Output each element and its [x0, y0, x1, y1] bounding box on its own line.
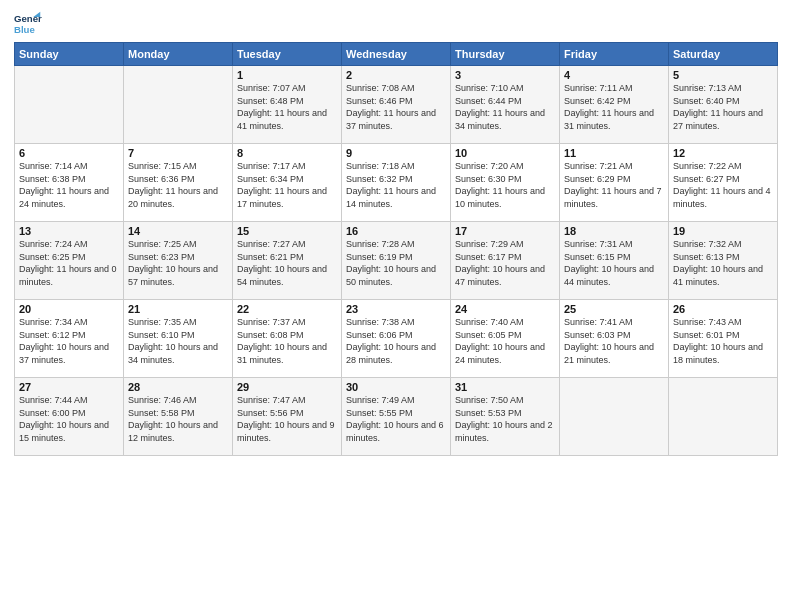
calendar-cell: 15Sunrise: 7:27 AM Sunset: 6:21 PM Dayli… — [233, 222, 342, 300]
day-info: Sunrise: 7:22 AM Sunset: 6:27 PM Dayligh… — [673, 160, 773, 210]
day-number: 9 — [346, 147, 446, 159]
calendar-cell: 12Sunrise: 7:22 AM Sunset: 6:27 PM Dayli… — [669, 144, 778, 222]
calendar-cell: 29Sunrise: 7:47 AM Sunset: 5:56 PM Dayli… — [233, 378, 342, 456]
page-container: General Blue SundayMondayTuesdayWednesda… — [0, 0, 792, 464]
calendar-cell: 7Sunrise: 7:15 AM Sunset: 6:36 PM Daylig… — [124, 144, 233, 222]
day-info: Sunrise: 7:25 AM Sunset: 6:23 PM Dayligh… — [128, 238, 228, 288]
calendar-week-1: 1Sunrise: 7:07 AM Sunset: 6:48 PM Daylig… — [15, 66, 778, 144]
day-number: 3 — [455, 69, 555, 81]
day-header-thursday: Thursday — [451, 43, 560, 66]
day-info: Sunrise: 7:50 AM Sunset: 5:53 PM Dayligh… — [455, 394, 555, 444]
day-info: Sunrise: 7:32 AM Sunset: 6:13 PM Dayligh… — [673, 238, 773, 288]
calendar-body: 1Sunrise: 7:07 AM Sunset: 6:48 PM Daylig… — [15, 66, 778, 456]
day-header-saturday: Saturday — [669, 43, 778, 66]
calendar-cell: 25Sunrise: 7:41 AM Sunset: 6:03 PM Dayli… — [560, 300, 669, 378]
day-info: Sunrise: 7:43 AM Sunset: 6:01 PM Dayligh… — [673, 316, 773, 366]
calendar-week-2: 6Sunrise: 7:14 AM Sunset: 6:38 PM Daylig… — [15, 144, 778, 222]
day-header-sunday: Sunday — [15, 43, 124, 66]
day-info: Sunrise: 7:44 AM Sunset: 6:00 PM Dayligh… — [19, 394, 119, 444]
calendar-cell: 24Sunrise: 7:40 AM Sunset: 6:05 PM Dayli… — [451, 300, 560, 378]
day-info: Sunrise: 7:21 AM Sunset: 6:29 PM Dayligh… — [564, 160, 664, 210]
day-number: 15 — [237, 225, 337, 237]
calendar-cell: 11Sunrise: 7:21 AM Sunset: 6:29 PM Dayli… — [560, 144, 669, 222]
day-number: 7 — [128, 147, 228, 159]
calendar-cell — [669, 378, 778, 456]
calendar-cell: 13Sunrise: 7:24 AM Sunset: 6:25 PM Dayli… — [15, 222, 124, 300]
day-info: Sunrise: 7:47 AM Sunset: 5:56 PM Dayligh… — [237, 394, 337, 444]
calendar-cell: 4Sunrise: 7:11 AM Sunset: 6:42 PM Daylig… — [560, 66, 669, 144]
calendar-cell: 3Sunrise: 7:10 AM Sunset: 6:44 PM Daylig… — [451, 66, 560, 144]
day-number: 20 — [19, 303, 119, 315]
day-info: Sunrise: 7:24 AM Sunset: 6:25 PM Dayligh… — [19, 238, 119, 288]
calendar-cell: 9Sunrise: 7:18 AM Sunset: 6:32 PM Daylig… — [342, 144, 451, 222]
day-info: Sunrise: 7:46 AM Sunset: 5:58 PM Dayligh… — [128, 394, 228, 444]
day-number: 26 — [673, 303, 773, 315]
day-info: Sunrise: 7:40 AM Sunset: 6:05 PM Dayligh… — [455, 316, 555, 366]
day-info: Sunrise: 7:31 AM Sunset: 6:15 PM Dayligh… — [564, 238, 664, 288]
day-header-wednesday: Wednesday — [342, 43, 451, 66]
calendar-cell: 8Sunrise: 7:17 AM Sunset: 6:34 PM Daylig… — [233, 144, 342, 222]
day-number: 8 — [237, 147, 337, 159]
day-info: Sunrise: 7:37 AM Sunset: 6:08 PM Dayligh… — [237, 316, 337, 366]
calendar-cell: 19Sunrise: 7:32 AM Sunset: 6:13 PM Dayli… — [669, 222, 778, 300]
day-number: 24 — [455, 303, 555, 315]
day-number: 19 — [673, 225, 773, 237]
day-number: 14 — [128, 225, 228, 237]
day-number: 28 — [128, 381, 228, 393]
day-info: Sunrise: 7:08 AM Sunset: 6:46 PM Dayligh… — [346, 82, 446, 132]
day-number: 6 — [19, 147, 119, 159]
day-number: 22 — [237, 303, 337, 315]
calendar-cell: 2Sunrise: 7:08 AM Sunset: 6:46 PM Daylig… — [342, 66, 451, 144]
day-number: 2 — [346, 69, 446, 81]
day-number: 18 — [564, 225, 664, 237]
calendar-cell: 22Sunrise: 7:37 AM Sunset: 6:08 PM Dayli… — [233, 300, 342, 378]
day-number: 5 — [673, 69, 773, 81]
calendar-cell: 10Sunrise: 7:20 AM Sunset: 6:30 PM Dayli… — [451, 144, 560, 222]
calendar-cell: 30Sunrise: 7:49 AM Sunset: 5:55 PM Dayli… — [342, 378, 451, 456]
calendar-cell: 23Sunrise: 7:38 AM Sunset: 6:06 PM Dayli… — [342, 300, 451, 378]
day-number: 12 — [673, 147, 773, 159]
day-info: Sunrise: 7:14 AM Sunset: 6:38 PM Dayligh… — [19, 160, 119, 210]
day-info: Sunrise: 7:17 AM Sunset: 6:34 PM Dayligh… — [237, 160, 337, 210]
calendar-cell: 6Sunrise: 7:14 AM Sunset: 6:38 PM Daylig… — [15, 144, 124, 222]
header-row: General Blue — [14, 10, 778, 38]
day-info: Sunrise: 7:27 AM Sunset: 6:21 PM Dayligh… — [237, 238, 337, 288]
day-number: 30 — [346, 381, 446, 393]
logo: General Blue — [14, 10, 42, 38]
day-info: Sunrise: 7:34 AM Sunset: 6:12 PM Dayligh… — [19, 316, 119, 366]
calendar-cell: 18Sunrise: 7:31 AM Sunset: 6:15 PM Dayli… — [560, 222, 669, 300]
calendar-cell: 17Sunrise: 7:29 AM Sunset: 6:17 PM Dayli… — [451, 222, 560, 300]
calendar-week-3: 13Sunrise: 7:24 AM Sunset: 6:25 PM Dayli… — [15, 222, 778, 300]
day-info: Sunrise: 7:38 AM Sunset: 6:06 PM Dayligh… — [346, 316, 446, 366]
calendar-header-row: SundayMondayTuesdayWednesdayThursdayFrid… — [15, 43, 778, 66]
calendar-cell: 27Sunrise: 7:44 AM Sunset: 6:00 PM Dayli… — [15, 378, 124, 456]
day-header-monday: Monday — [124, 43, 233, 66]
day-info: Sunrise: 7:29 AM Sunset: 6:17 PM Dayligh… — [455, 238, 555, 288]
day-info: Sunrise: 7:11 AM Sunset: 6:42 PM Dayligh… — [564, 82, 664, 132]
day-number: 21 — [128, 303, 228, 315]
calendar-cell — [15, 66, 124, 144]
day-info: Sunrise: 7:15 AM Sunset: 6:36 PM Dayligh… — [128, 160, 228, 210]
calendar-cell: 28Sunrise: 7:46 AM Sunset: 5:58 PM Dayli… — [124, 378, 233, 456]
day-header-tuesday: Tuesday — [233, 43, 342, 66]
calendar-cell — [124, 66, 233, 144]
day-number: 1 — [237, 69, 337, 81]
calendar-cell: 26Sunrise: 7:43 AM Sunset: 6:01 PM Dayli… — [669, 300, 778, 378]
day-number: 29 — [237, 381, 337, 393]
day-info: Sunrise: 7:28 AM Sunset: 6:19 PM Dayligh… — [346, 238, 446, 288]
day-header-friday: Friday — [560, 43, 669, 66]
calendar-week-5: 27Sunrise: 7:44 AM Sunset: 6:00 PM Dayli… — [15, 378, 778, 456]
day-number: 27 — [19, 381, 119, 393]
day-info: Sunrise: 7:35 AM Sunset: 6:10 PM Dayligh… — [128, 316, 228, 366]
day-number: 11 — [564, 147, 664, 159]
calendar-cell — [560, 378, 669, 456]
calendar-cell: 1Sunrise: 7:07 AM Sunset: 6:48 PM Daylig… — [233, 66, 342, 144]
day-info: Sunrise: 7:41 AM Sunset: 6:03 PM Dayligh… — [564, 316, 664, 366]
day-info: Sunrise: 7:10 AM Sunset: 6:44 PM Dayligh… — [455, 82, 555, 132]
calendar-cell: 20Sunrise: 7:34 AM Sunset: 6:12 PM Dayli… — [15, 300, 124, 378]
day-number: 13 — [19, 225, 119, 237]
day-info: Sunrise: 7:18 AM Sunset: 6:32 PM Dayligh… — [346, 160, 446, 210]
day-info: Sunrise: 7:13 AM Sunset: 6:40 PM Dayligh… — [673, 82, 773, 132]
day-number: 17 — [455, 225, 555, 237]
calendar-cell: 16Sunrise: 7:28 AM Sunset: 6:19 PM Dayli… — [342, 222, 451, 300]
